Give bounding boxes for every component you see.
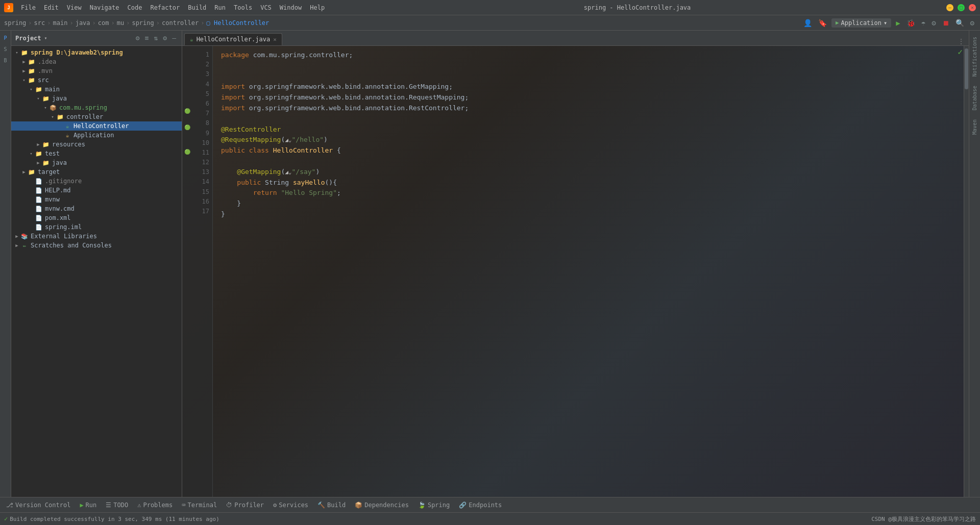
tree-item-hello-controller[interactable]: ☕ HelloController [11, 121, 182, 131]
editor-tabs: ☕ HelloController.java ✕ ⋮ [182, 31, 969, 46]
menu-help[interactable]: Help [306, 3, 328, 12]
gutter-line-13[interactable]: 🟢 [183, 148, 191, 156]
endpoints-button[interactable]: 🔗 Endpoints [455, 501, 506, 510]
breadcrumb-mu[interactable]: mu [117, 19, 124, 27]
tree-item-mvn[interactable]: ▶ 📁 .mvn [11, 66, 182, 76]
maven-label[interactable]: Maven [971, 115, 978, 139]
breadcrumb-class[interactable]: ▢ HelloController [206, 19, 269, 27]
menu-vcs[interactable]: VCS [257, 3, 275, 12]
breadcrumb-java[interactable]: java [76, 19, 90, 27]
terminal-button[interactable]: ⌨ Terminal [178, 501, 221, 510]
menu-build[interactable]: Build [184, 3, 210, 12]
services-button[interactable]: ⚙ Services [269, 501, 312, 510]
tree-item-java[interactable]: ▾ 📁 java [11, 94, 182, 103]
minimize-button[interactable]: — [946, 4, 953, 11]
breadcrumb-src[interactable]: src [34, 19, 45, 27]
tree-item-idea[interactable]: ▶ 📁 .idea [11, 57, 182, 66]
tree-item-target[interactable]: ▶ 📁 target [11, 167, 182, 177]
panel-list-icon[interactable]: ≡ [143, 34, 151, 42]
icon-mvnw-cmd: 📄 [35, 205, 43, 213]
close-button[interactable]: ✕ [969, 4, 976, 11]
breadcrumb-spring[interactable]: spring [4, 19, 26, 27]
tree-item-gitignore[interactable]: 📄 .gitignore [11, 177, 182, 186]
breadcrumb-main[interactable]: main [53, 19, 68, 27]
build-button[interactable]: 🔨 Build [313, 501, 350, 510]
panel-sort-icon[interactable]: ⇅ [153, 34, 160, 42]
stop-button[interactable]: ⏹ [941, 18, 951, 28]
tree-item-pom-xml[interactable]: 📄 pom.xml [11, 213, 182, 222]
tree-item-mvnw[interactable]: 📄 mvnw [11, 195, 182, 204]
tree-item-test-java[interactable]: ▶ 📁 java [11, 158, 182, 167]
breadcrumb-com[interactable]: com [98, 19, 109, 27]
editor-tab-menu[interactable]: ⋮ [953, 37, 969, 45]
code-line-3 [221, 71, 955, 82]
bookmarks-tool-icon[interactable]: B [1, 55, 11, 65]
debug-button[interactable]: 🐞 [905, 18, 917, 28]
code-editor[interactable]: package com.mu.spring.controller; import… [213, 46, 964, 497]
menu-run[interactable]: Run [211, 3, 229, 12]
panel-settings-icon[interactable]: ⚙ [161, 34, 168, 42]
nav-bar-right: 👤 🔖 ▶ Application ▾ ▶ 🐞 ☂ ⚙ ⏹ 🔍 ⚙ [802, 18, 976, 28]
label-com-mu-spring: com.mu.spring [59, 104, 107, 111]
tree-item-application[interactable]: ☕ Application [11, 131, 182, 140]
menu-edit[interactable]: Edit [40, 3, 62, 12]
spring-button[interactable]: 🍃 Spring [414, 501, 454, 510]
tree-item-mvnw-cmd[interactable]: 📄 mvnw.cmd [11, 204, 182, 213]
run-button[interactable]: ▶ [894, 18, 901, 28]
scroll-thumb[interactable] [965, 48, 968, 89]
breadcrumb-controller[interactable]: controller [162, 19, 199, 27]
maximize-button[interactable]: □ [958, 4, 965, 11]
settings-icon[interactable]: ⚙ [969, 18, 976, 28]
panel-cog-icon[interactable]: ⚙ [134, 34, 141, 42]
menu-view[interactable]: View [63, 3, 85, 12]
gutter-line-8[interactable]: 🟢 [183, 107, 191, 115]
project-panel-dropdown[interactable]: ▾ [44, 35, 47, 41]
tree-item-controller[interactable]: ▾ 📁 controller [11, 112, 182, 121]
endpoints-label: Endpoints [469, 502, 502, 509]
todo-button[interactable]: ☰ TODO [102, 501, 132, 510]
breadcrumb-spring2[interactable]: spring [132, 19, 154, 27]
profile-icon[interactable]: 👤 [802, 18, 814, 28]
tab-close-button[interactable]: ✕ [273, 36, 277, 43]
menu-refactor[interactable]: Refactor [146, 3, 183, 12]
tree-item-spring-root[interactable]: ▾ 📁 spring D:\javaweb2\spring [11, 48, 182, 57]
menu-tools[interactable]: Tools [230, 3, 256, 12]
panel-hide-icon[interactable]: — [170, 34, 178, 42]
dependencies-button[interactable]: 📦 Dependencies [351, 501, 413, 510]
label-idea: .idea [38, 58, 56, 65]
version-control-button[interactable]: ⎇ Version Control [2, 501, 75, 510]
tree-item-src[interactable]: ▾ 📁 src [11, 76, 182, 85]
status-left: ✓ Build completed successfully in 3 sec,… [4, 515, 219, 522]
menu-file[interactable]: File [17, 3, 39, 12]
tree-item-external-libs[interactable]: ▶ 📚 External Libraries [11, 232, 182, 241]
tree-item-main[interactable]: ▾ 📁 main [11, 85, 182, 94]
run-button-bottom[interactable]: ▶ Run [76, 501, 101, 510]
problems-button[interactable]: ⚠ Problems [133, 501, 177, 510]
build-label: Build [327, 502, 346, 509]
search-everywhere-icon[interactable]: 🔍 [954, 18, 966, 28]
run-config-selector[interactable]: ▶ Application ▾ [831, 18, 891, 28]
structure-tool-icon[interactable]: S [1, 44, 11, 54]
icon-pom-xml: 📄 [35, 214, 43, 222]
menu-navigate[interactable]: Navigate [86, 3, 123, 12]
bookmark-icon[interactable]: 🔖 [817, 18, 828, 28]
project-tool-icon[interactable]: P [1, 33, 11, 43]
notifications-label[interactable]: Notifications [971, 33, 978, 81]
gutter-line-10[interactable]: 🟢 [183, 123, 191, 132]
menu-code[interactable]: Code [124, 3, 146, 12]
coverage-button[interactable]: ☂ [920, 18, 927, 28]
arrow-com-mu-spring: ▾ [42, 104, 49, 111]
database-label[interactable]: Database [971, 82, 978, 114]
run-config-btn2[interactable]: ⚙ [930, 18, 937, 28]
tree-item-test[interactable]: ▾ 📁 test [11, 149, 182, 158]
tree-item-resources[interactable]: ▶ 📁 resources [11, 140, 182, 149]
tree-item-com-mu-spring[interactable]: ▾ 📦 com.mu.spring [11, 103, 182, 112]
tree-item-spring-iml[interactable]: 📄 spring.iml [11, 222, 182, 232]
profiler-button[interactable]: ⏱ Profiler [222, 501, 268, 510]
editor-tab-hello-controller[interactable]: ☕ HelloController.java ✕ [184, 33, 282, 45]
editor-scrollbar[interactable] [964, 46, 969, 497]
tree-item-scratches[interactable]: ▶ ✏ Scratches and Consoles [11, 241, 182, 250]
arrow-test: ▾ [28, 150, 35, 157]
menu-window[interactable]: Window [276, 3, 305, 12]
tree-item-help-md[interactable]: 📄 HELP.md [11, 186, 182, 195]
